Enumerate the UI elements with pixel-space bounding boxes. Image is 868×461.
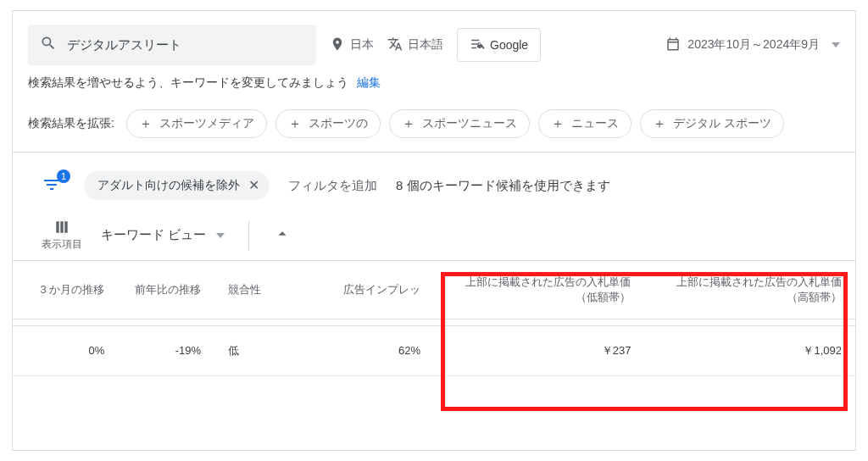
cell-top-bid-high: ￥1,092 xyxy=(644,325,855,375)
table-header-row: 3 か月の推移 前年比の推移 競合性 広告インプレッ 上部に掲載された広告の入札… xyxy=(13,261,855,319)
hint-text: 検索結果を増やせるよう、キーワードを変更してみましょう xyxy=(28,75,348,89)
col-yoy-trend[interactable]: 前年比の推移 xyxy=(118,261,214,319)
add-filter-button[interactable]: フィルタを追加 xyxy=(288,178,377,194)
active-filter-pill[interactable]: アダルト向けの候補を除外 ✕ xyxy=(84,171,270,200)
search-network-icon xyxy=(470,36,485,54)
columns-button[interactable]: 表示項目 xyxy=(42,219,82,252)
col-top-bid-high[interactable]: 上部に掲載された広告の入札単価 （高額帯） xyxy=(644,261,855,319)
collapse-button[interactable] xyxy=(273,225,292,247)
expand-chip[interactable]: ＋デジタル スポーツ xyxy=(640,109,784,138)
expand-chip[interactable]: ＋スポーツメディア xyxy=(126,109,267,138)
date-range-selector[interactable]: 2023年10月～2024年9月 xyxy=(665,36,840,54)
language-selector[interactable]: 日本語 xyxy=(387,36,443,54)
chevron-down-icon xyxy=(832,42,840,47)
plus-icon: ＋ xyxy=(653,117,666,131)
plus-icon: ＋ xyxy=(139,117,153,131)
cell-yoy-trend: -19% xyxy=(118,325,214,375)
date-range-label: 2023年10月～2024年9月 xyxy=(687,37,820,53)
plus-icon: ＋ xyxy=(402,117,415,131)
edit-keywords-link[interactable]: 編集 xyxy=(357,75,381,89)
keyword-view-dropdown[interactable]: キーワード ビュー xyxy=(101,227,225,243)
location-label: 日本 xyxy=(350,37,374,53)
cell-3mo-trend: 0% xyxy=(13,325,118,375)
cell-competition: 低 xyxy=(214,325,303,375)
results-summary: 8 個のキーワード候補を使用できます xyxy=(396,178,610,194)
col-ad-impression[interactable]: 広告インプレッ xyxy=(303,261,434,319)
col-top-bid-low[interactable]: 上部に掲載された広告の入札単価 （低額帯） xyxy=(434,261,645,319)
cell-ad-impression: 62% xyxy=(303,325,434,375)
filter-badge: 1 xyxy=(57,169,70,183)
translate-icon xyxy=(387,36,403,54)
calendar-icon xyxy=(665,36,681,54)
cell-top-bid-low: ￥237 xyxy=(434,325,645,375)
active-filter-label: アダルト向けの候補を除外 xyxy=(97,178,240,193)
search-query: デジタルアスリート xyxy=(67,37,181,53)
col-3mo-trend[interactable]: 3 か月の推移 xyxy=(13,261,118,319)
table-spacer-row xyxy=(13,319,855,325)
search-icon xyxy=(40,35,57,55)
location-icon xyxy=(330,36,345,54)
language-label: 日本語 xyxy=(408,37,443,53)
plus-icon: ＋ xyxy=(288,117,302,131)
filter-button[interactable]: 1 xyxy=(42,175,65,197)
keyword-table: 3 か月の推移 前年比の推移 競合性 広告インプレッ 上部に掲載された広告の入札… xyxy=(13,261,855,376)
expand-chip[interactable]: ＋ニュース xyxy=(538,109,632,138)
plus-icon: ＋ xyxy=(551,117,565,131)
expand-label: 検索結果を拡張: xyxy=(28,116,114,131)
table-row[interactable]: 0% -19% 低 62% ￥237 ￥1,092 xyxy=(13,325,855,375)
close-icon[interactable]: ✕ xyxy=(248,179,259,192)
location-selector[interactable]: 日本 xyxy=(330,36,374,54)
expand-suggestions-row: 検索結果を拡張: ＋スポーツメディア ＋スポーツの ＋スポーツニュース ＋ニュー… xyxy=(13,101,855,153)
keyword-search-box[interactable]: デジタルアスリート xyxy=(28,25,316,65)
chevron-down-icon xyxy=(216,233,225,238)
network-label: Google xyxy=(490,38,528,52)
expand-chip[interactable]: ＋スポーツニュース xyxy=(389,109,530,138)
divider xyxy=(248,220,249,251)
col-competition[interactable]: 競合性 xyxy=(214,261,303,319)
expand-chip[interactable]: ＋スポーツの xyxy=(275,109,381,138)
columns-button-label: 表示項目 xyxy=(42,237,82,252)
network-selector[interactable]: Google xyxy=(457,28,541,62)
